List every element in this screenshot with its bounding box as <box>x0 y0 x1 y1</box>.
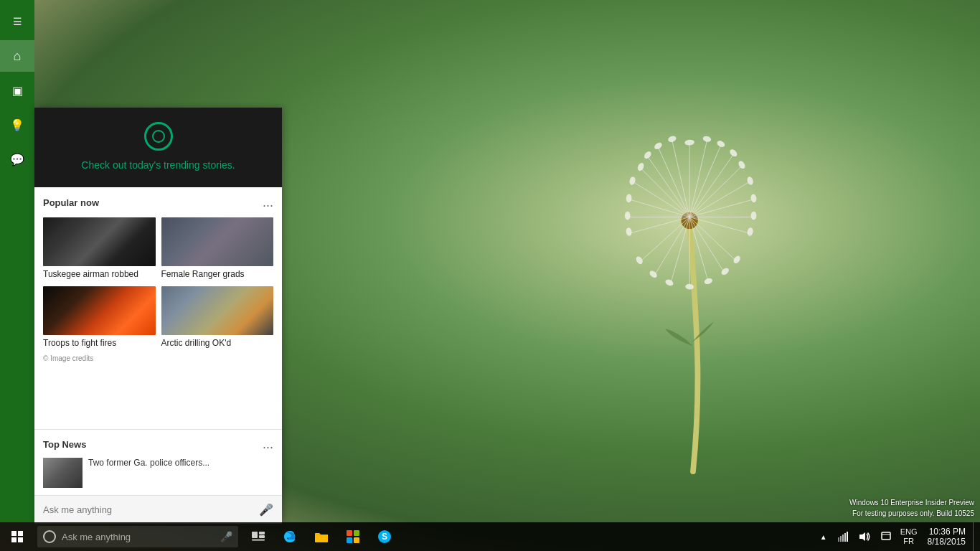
news-thumb-arctic <box>161 286 274 335</box>
news-caption-tuskegee: Tuskegee airman robbed <box>43 269 156 281</box>
sidebar-btn-home[interactable]: ⌂ <box>0 40 34 72</box>
news-caption-arctic: Arctic drilling OK'd <box>161 338 274 349</box>
news-thumb-ranger <box>161 217 274 266</box>
svg-point-25 <box>684 139 694 146</box>
task-view-button[interactable] <box>244 522 273 551</box>
svg-line-9 <box>689 166 742 217</box>
chevron-up-icon[interactable]: ▲ <box>820 533 827 541</box>
file-explorer-button[interactable] <box>307 522 336 551</box>
cortana-ask-bar: 🎤 <box>34 495 282 524</box>
lang-primary: ENG <box>900 527 918 537</box>
volume-icon-btn[interactable] <box>854 522 875 551</box>
clock-area[interactable]: 10:36 PM 8/18/2015 <box>922 527 971 547</box>
svg-rect-61 <box>842 534 844 542</box>
system-tray: ▲ <box>816 522 980 551</box>
svg-line-7 <box>689 146 721 217</box>
svg-point-46 <box>704 277 714 285</box>
notifications-icon-btn[interactable] <box>876 522 896 551</box>
news-caption-ranger: Female Ranger grads <box>161 269 274 281</box>
svg-point-35 <box>626 194 632 202</box>
win-logo-bl <box>11 537 17 542</box>
svg-line-3 <box>658 147 689 217</box>
microphone-icon[interactable]: 🎤 <box>259 503 273 517</box>
svg-point-42 <box>635 255 644 265</box>
taskbar-search-input[interactable] <box>62 532 220 542</box>
skype-icon: S <box>377 529 392 544</box>
win-logo-br <box>18 537 23 542</box>
dandelion-illustration <box>449 36 937 524</box>
sidebar-btn-calendar[interactable]: ▣ <box>0 75 34 106</box>
svg-rect-65 <box>882 532 890 540</box>
svg-rect-53 <box>347 530 352 536</box>
news-card-troops[interactable]: Troops to fight fires <box>43 286 156 349</box>
svg-rect-62 <box>844 533 846 542</box>
build-info-line2: For testing purposes only. Build 10525 <box>849 508 974 519</box>
sidebar-btn-hamburger[interactable]: ☰ <box>0 6 34 37</box>
svg-rect-63 <box>847 532 848 542</box>
build-info: Windows 10 Enterprise Insider Preview Fo… <box>849 497 974 519</box>
network-icon-btn[interactable] <box>833 522 853 551</box>
svg-point-27 <box>653 141 663 151</box>
svg-point-29 <box>636 162 645 172</box>
svg-line-10 <box>633 182 689 217</box>
feedback-icon: 💬 <box>10 153 24 166</box>
svg-point-33 <box>738 160 747 170</box>
svg-point-36 <box>625 212 631 220</box>
start-button[interactable] <box>0 522 34 551</box>
svg-point-30 <box>702 136 712 143</box>
cortana-header: Check out today's trending stories. <box>34 108 282 187</box>
news-card-ranger[interactable]: Female Ranger grads <box>161 217 274 281</box>
file-explorer-icon <box>314 530 329 543</box>
microphone-taskbar-icon[interactable]: 🎤 <box>220 531 232 542</box>
svg-text:S: S <box>382 532 387 542</box>
top-news-item[interactable]: Two former Ga. police officers... <box>43 458 273 488</box>
top-news-section: Top News ... Two former Ga. police offic… <box>34 429 282 495</box>
trending-more-btn[interactable]: ... <box>263 196 273 209</box>
news-grid: Tuskegee airman robbed Female Ranger gra… <box>43 217 273 349</box>
language-selector[interactable]: ENG FR <box>897 527 920 546</box>
show-desktop-button[interactable] <box>973 522 977 551</box>
svg-point-37 <box>626 227 632 237</box>
cortana-circle-inner <box>152 130 165 143</box>
cortana-search-icon <box>43 530 56 543</box>
taskbar-pinned-apps: S <box>244 522 399 551</box>
edge-browser-button[interactable] <box>275 522 304 551</box>
skype-button[interactable]: S <box>370 522 399 551</box>
sidebar-btn-feedback[interactable]: 💬 <box>0 143 34 175</box>
svg-point-26 <box>667 135 677 143</box>
store-button[interactable] <box>339 522 367 551</box>
win-logo-tl <box>11 531 17 536</box>
svg-line-2 <box>672 141 689 217</box>
cortana-ask-input[interactable] <box>43 504 259 515</box>
edge-icon <box>283 529 297 544</box>
top-news-title: Top News <box>43 439 86 450</box>
svg-rect-60 <box>840 536 842 542</box>
svg-point-38 <box>746 176 754 185</box>
svg-point-31 <box>716 139 726 149</box>
network-icon <box>838 532 848 542</box>
taskbar-search-bar[interactable]: 🎤 <box>37 526 238 547</box>
trending-title: Popular now <box>43 197 99 208</box>
volume-icon <box>859 532 870 542</box>
news-caption-troops: Troops to fight fires <box>43 338 156 349</box>
svg-rect-50 <box>259 532 265 534</box>
news-card-arctic[interactable]: Arctic drilling OK'd <box>161 286 274 349</box>
windows-logo-icon <box>11 531 23 542</box>
news-thumb-tuskegee <box>43 217 156 266</box>
cortana-message: Check out today's trending stories. <box>81 158 235 173</box>
svg-line-6 <box>689 141 707 217</box>
cortana-panel: Check out today's trending stories. Popu… <box>34 108 282 524</box>
image-credits: © Image credits <box>43 354 273 362</box>
task-view-icon <box>252 532 265 542</box>
hamburger-icon: ☰ <box>13 17 22 27</box>
svg-rect-51 <box>259 535 265 538</box>
svg-line-4 <box>648 156 689 217</box>
top-news-more-btn[interactable]: ... <box>263 437 273 452</box>
news-card-tuskegee[interactable]: Tuskegee airman robbed <box>43 217 156 281</box>
calendar-icon: ▣ <box>12 84 23 98</box>
build-info-line1: Windows 10 Enterprise Insider Preview <box>849 497 974 508</box>
svg-line-20 <box>671 217 689 283</box>
sidebar-btn-interests[interactable]: 💡 <box>0 109 34 141</box>
svg-rect-56 <box>354 537 359 543</box>
svg-rect-49 <box>252 532 258 538</box>
